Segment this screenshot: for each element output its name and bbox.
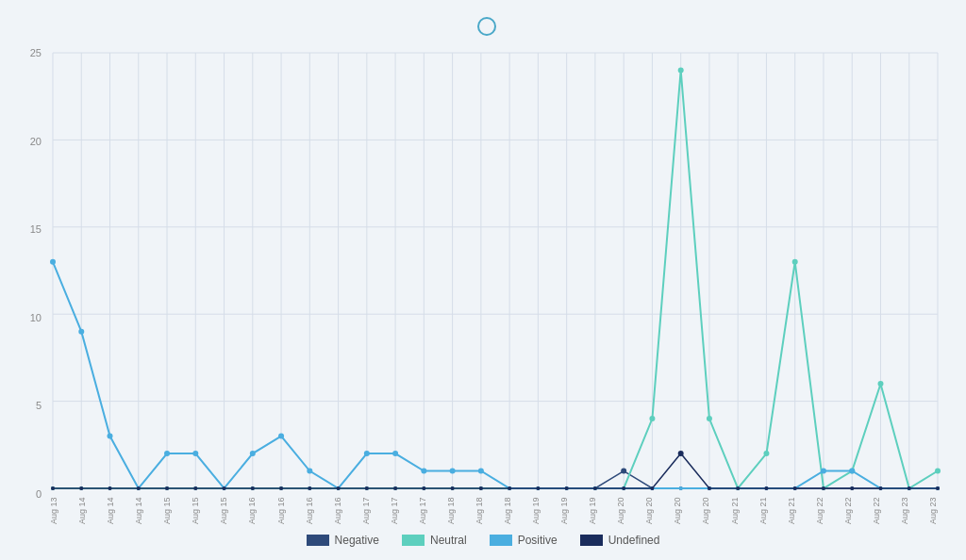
series-dot bbox=[707, 416, 712, 421]
series-dot bbox=[622, 486, 625, 490]
chart-area: 2520151050 Aug 13Aug 14Aug 14Aug 14Aug 1… bbox=[19, 43, 947, 528]
legend-label: Neutral bbox=[430, 534, 467, 547]
series-dot bbox=[137, 486, 141, 490]
x-axis-label: Aug 16 bbox=[247, 494, 266, 528]
series-dot bbox=[936, 486, 940, 490]
x-axis-label: Aug 14 bbox=[106, 494, 125, 528]
x-axis-label: Aug 13 bbox=[49, 494, 68, 528]
x-axis-label: Aug 15 bbox=[219, 494, 238, 528]
x-axis-label: Aug 23 bbox=[900, 494, 919, 528]
series-dot bbox=[508, 486, 511, 490]
series-dot bbox=[708, 486, 711, 490]
series-dot bbox=[593, 486, 597, 490]
series-dot bbox=[50, 259, 56, 265]
series-dot bbox=[679, 486, 683, 490]
legend-label: Undefined bbox=[608, 534, 660, 547]
y-axis: 2520151050 bbox=[19, 43, 49, 528]
y-axis-label: 10 bbox=[30, 313, 42, 323]
x-axis-label: Aug 17 bbox=[390, 494, 408, 528]
series-dot bbox=[678, 67, 684, 73]
y-axis-label: 15 bbox=[30, 224, 42, 235]
series-dot bbox=[877, 381, 883, 387]
series-dot bbox=[821, 469, 826, 474]
series-dot bbox=[193, 486, 197, 490]
series-line bbox=[53, 262, 938, 488]
series-dot bbox=[279, 486, 283, 490]
x-axis-label: Aug 14 bbox=[77, 494, 96, 528]
series-dot bbox=[108, 486, 112, 490]
series-dot bbox=[308, 486, 311, 490]
legend-dot bbox=[490, 535, 512, 546]
help-icon[interactable] bbox=[477, 17, 496, 36]
series-dot bbox=[422, 486, 425, 490]
series-dot bbox=[565, 486, 569, 490]
series-dot bbox=[878, 486, 882, 490]
x-axis-label: Aug 19 bbox=[531, 494, 550, 528]
series-dot bbox=[849, 469, 855, 474]
x-axis-label: Aug 21 bbox=[758, 494, 777, 528]
x-axis-label: Aug 20 bbox=[644, 494, 663, 528]
legend-dot bbox=[580, 535, 603, 546]
series-dot bbox=[822, 486, 825, 490]
x-axis-label: Aug 20 bbox=[701, 494, 720, 528]
series-dot bbox=[792, 259, 798, 265]
x-axis-label: Aug 18 bbox=[446, 494, 465, 528]
series-dot bbox=[78, 329, 84, 335]
svg-rect-38 bbox=[307, 535, 329, 546]
x-axis-label: Aug 21 bbox=[730, 494, 749, 528]
series-dot bbox=[307, 469, 312, 474]
x-axis-label: Aug 16 bbox=[276, 494, 295, 528]
series-dot bbox=[165, 486, 169, 490]
x-axis-label: Aug 22 bbox=[815, 494, 834, 528]
x-axis-label: Aug 15 bbox=[191, 494, 209, 528]
chart-svg bbox=[49, 43, 947, 492]
series-dot bbox=[650, 486, 654, 490]
y-axis-label: 25 bbox=[30, 48, 42, 58]
series-dot bbox=[479, 486, 483, 490]
legend-item: Negative bbox=[307, 534, 379, 547]
x-axis-label: Aug 22 bbox=[843, 494, 862, 528]
legend-label: Positive bbox=[518, 534, 558, 547]
series-dot bbox=[364, 451, 370, 456]
legend-item: Undefined bbox=[580, 534, 660, 547]
series-dot bbox=[536, 486, 540, 490]
x-axis-label: Aug 18 bbox=[503, 494, 522, 528]
series-dot bbox=[763, 451, 769, 456]
x-axis-label: Aug 20 bbox=[673, 494, 691, 528]
series-dot bbox=[850, 486, 854, 490]
svg-rect-41 bbox=[580, 535, 603, 546]
svg-rect-39 bbox=[402, 535, 425, 546]
series-dot bbox=[250, 451, 256, 456]
x-axis: Aug 13Aug 14Aug 14Aug 14Aug 15Aug 15Aug … bbox=[49, 494, 947, 528]
series-dot bbox=[108, 434, 113, 439]
series-dot bbox=[251, 486, 255, 490]
series-dot bbox=[621, 469, 626, 474]
legend-dot bbox=[307, 535, 329, 546]
series-dot bbox=[79, 486, 83, 490]
series-dot bbox=[793, 486, 797, 490]
series-dot bbox=[51, 486, 55, 490]
series-dot bbox=[223, 486, 226, 490]
series-dot bbox=[392, 451, 398, 456]
series-dot bbox=[192, 451, 198, 456]
x-axis-label: Aug 23 bbox=[928, 494, 947, 528]
series-dot bbox=[450, 469, 456, 474]
y-axis-label: 20 bbox=[30, 137, 42, 147]
series-dot bbox=[451, 486, 455, 490]
chart-inner: Aug 13Aug 14Aug 14Aug 14Aug 15Aug 15Aug … bbox=[49, 43, 947, 528]
legend: NegativeNeutralPositiveUndefined bbox=[307, 534, 660, 547]
series-line bbox=[53, 70, 938, 488]
legend-item: Positive bbox=[490, 534, 558, 547]
series-dot bbox=[164, 451, 170, 456]
legend-dot bbox=[402, 535, 425, 546]
series-dot bbox=[337, 486, 341, 490]
x-axis-label: Aug 14 bbox=[134, 494, 153, 528]
x-axis-label: Aug 15 bbox=[162, 494, 181, 528]
x-axis-label: Aug 19 bbox=[559, 494, 578, 528]
series-dot bbox=[365, 486, 369, 490]
series-dot bbox=[278, 434, 284, 439]
series-dot bbox=[764, 486, 768, 490]
x-axis-label: Aug 18 bbox=[475, 494, 493, 528]
series-dot bbox=[649, 416, 655, 421]
legend-item: Neutral bbox=[402, 534, 467, 547]
